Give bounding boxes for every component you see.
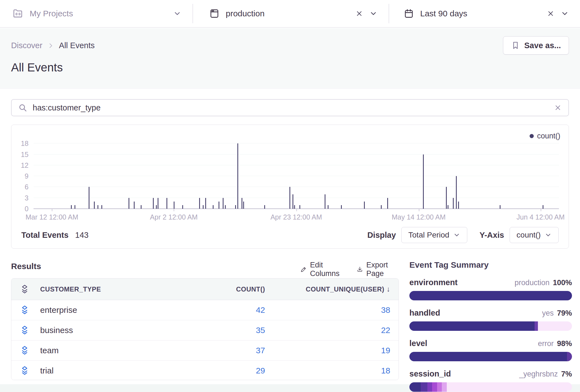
display-mode-value: Total Period bbox=[408, 231, 449, 239]
y-axis-tick-label: 15 bbox=[21, 150, 34, 158]
search-bar[interactable]: has:customer_type bbox=[11, 99, 569, 116]
count-cell-link[interactable]: 29 bbox=[182, 366, 265, 375]
table-row: business3522 bbox=[11, 320, 399, 341]
column-header-customer-type[interactable]: CUSTOMER_TYPE bbox=[40, 285, 182, 293]
date-range-selector-label: Last 90 days bbox=[420, 9, 467, 18]
layers-icon bbox=[20, 284, 29, 294]
layers-icon bbox=[20, 325, 29, 335]
tag-bar-segment bbox=[421, 382, 427, 392]
top-filter-bar: My Projects production Last 90 days bbox=[0, 0, 580, 28]
event-count-bar bbox=[89, 187, 89, 209]
count-unique-cell-link[interactable]: 22 bbox=[265, 326, 390, 335]
event-count-bar bbox=[446, 187, 447, 209]
event-count-bar bbox=[381, 205, 382, 209]
projects-folder-icon bbox=[12, 8, 24, 19]
events-chart-card: count() 0369121518Mar 12 12:00 AMApr 2 1… bbox=[11, 125, 569, 249]
edit-columns-label: Edit Columns bbox=[310, 261, 345, 278]
tag-distribution-bar[interactable] bbox=[409, 291, 572, 300]
tag-top-value: _yeghrsbnz bbox=[519, 370, 558, 378]
chart-footer: Total Events 143 Display Total Period Y-… bbox=[11, 222, 569, 248]
event-count-bar bbox=[543, 205, 543, 209]
tag-summary-row: handledyes79% bbox=[409, 308, 572, 331]
tag-distribution-bar[interactable] bbox=[409, 382, 572, 392]
event-count-bar bbox=[174, 202, 174, 209]
date-range-selector[interactable]: Last 90 days bbox=[389, 0, 580, 27]
edit-columns-button[interactable]: Edit Columns bbox=[301, 261, 345, 278]
event-count-bar bbox=[448, 205, 448, 209]
event-count-bar bbox=[264, 205, 265, 209]
column-header-count[interactable]: COUNT() bbox=[182, 285, 265, 293]
x-axis-tick bbox=[419, 209, 419, 211]
event-count-bar bbox=[456, 176, 457, 209]
breadcrumb-discover-link[interactable]: Discover bbox=[11, 41, 42, 50]
gridline bbox=[34, 154, 559, 154]
count-unique-cell-link[interactable]: 19 bbox=[265, 346, 390, 355]
project-selector[interactable]: My Projects bbox=[0, 0, 193, 27]
tag-bar-segment bbox=[432, 382, 437, 392]
page-header: Discover All Events Save as... All Event… bbox=[0, 28, 580, 89]
table-row: team3719 bbox=[11, 341, 399, 361]
event-tag-summary-heading: Event Tag Summary bbox=[409, 260, 572, 270]
count-cell-link[interactable]: 37 bbox=[182, 346, 265, 355]
results-table: CUSTOMER_TYPE COUNT() COUNT_UNIQUE(USER)… bbox=[11, 278, 399, 380]
search-input[interactable]: has:customer_type bbox=[33, 103, 554, 112]
count-unique-cell-link[interactable]: 18 bbox=[265, 366, 390, 375]
y-axis-tick-label: 3 bbox=[25, 194, 34, 202]
tag-name: environment bbox=[409, 278, 458, 287]
export-page-button[interactable]: Export Page bbox=[357, 261, 399, 278]
tag-bar-segment bbox=[427, 382, 432, 392]
event-count-bar bbox=[205, 198, 206, 209]
calendar-icon bbox=[404, 8, 414, 19]
x-axis-tick-label: May 14 12:00 AM bbox=[392, 213, 446, 221]
results-table-header: CUSTOMER_TYPE COUNT() COUNT_UNIQUE(USER)… bbox=[11, 278, 399, 300]
x-axis-tick bbox=[52, 209, 52, 211]
results-heading: Results bbox=[11, 262, 41, 271]
pencil-icon bbox=[301, 265, 307, 273]
layers-icon bbox=[20, 345, 29, 355]
save-as-label: Save as... bbox=[524, 41, 561, 50]
event-count-bar bbox=[243, 202, 244, 209]
count-cell-link[interactable]: 42 bbox=[182, 305, 265, 315]
gridline bbox=[34, 198, 559, 198]
customer-type-cell: team bbox=[40, 346, 182, 355]
tag-bar-segment bbox=[538, 321, 572, 331]
event-count-bar bbox=[328, 205, 329, 209]
count-cell-link[interactable]: 35 bbox=[182, 326, 265, 335]
tag-top-value: error bbox=[538, 339, 554, 348]
event-count-bar bbox=[71, 205, 72, 209]
tag-bar-segment bbox=[567, 352, 572, 361]
project-selector-label: My Projects bbox=[30, 9, 73, 18]
y-axis-tick-label: 6 bbox=[25, 183, 34, 191]
tag-bar-segment bbox=[409, 291, 572, 300]
clear-environment-icon[interactable] bbox=[355, 10, 363, 17]
event-tag-summary: Event Tag Summary environmentproduction1… bbox=[409, 260, 572, 392]
event-count-bar bbox=[223, 198, 224, 209]
event-count-bar bbox=[101, 205, 102, 209]
tag-percent: 7% bbox=[561, 370, 572, 378]
tag-name: level bbox=[409, 339, 427, 348]
gridline bbox=[34, 176, 559, 176]
column-header-count-unique[interactable]: COUNT_UNIQUE(USER)↓ bbox=[265, 285, 390, 293]
event-count-bar bbox=[213, 205, 214, 209]
tag-distribution-bar[interactable] bbox=[409, 321, 572, 331]
event-count-bar bbox=[364, 202, 365, 209]
x-axis-tick-label: Apr 23 12:00 AM bbox=[270, 213, 322, 221]
page-title: All Events bbox=[11, 61, 63, 74]
results-actions: Edit Columns Export Page bbox=[301, 261, 399, 278]
table-row: enterprise4238 bbox=[11, 300, 399, 320]
tag-distribution-bar[interactable] bbox=[409, 352, 572, 361]
save-as-button[interactable]: Save as... bbox=[503, 36, 569, 55]
customer-type-cell: enterprise bbox=[40, 305, 182, 315]
layers-icon bbox=[20, 305, 29, 315]
y-axis-dropdown[interactable]: count() bbox=[510, 227, 559, 243]
clear-search-icon[interactable] bbox=[554, 104, 562, 112]
tag-top-value: production bbox=[515, 278, 550, 287]
event-count-bar bbox=[423, 154, 424, 209]
environment-selector[interactable]: production bbox=[193, 0, 389, 27]
display-mode-dropdown[interactable]: Total Period bbox=[401, 227, 467, 243]
count-unique-cell-link[interactable]: 38 bbox=[265, 305, 390, 315]
clear-date-range-icon[interactable] bbox=[547, 10, 555, 17]
sort-descending-icon: ↓ bbox=[387, 285, 391, 293]
chevron-down-icon bbox=[453, 231, 460, 239]
event-count-bar bbox=[156, 205, 157, 209]
